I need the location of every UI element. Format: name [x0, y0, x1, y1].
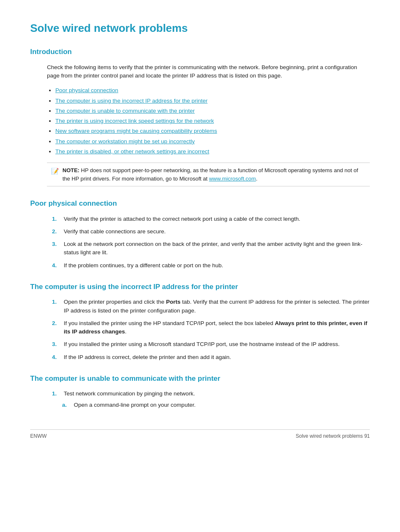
list-item: 1. Test network communication by pinging… — [64, 390, 370, 409]
note-label: NOTE: — [62, 167, 79, 173]
introduction-body: Check the following items to verify that… — [47, 63, 370, 81]
poor-physical-section: Poor physical connection 1. Verify that … — [30, 198, 370, 270]
note-box: 📝 NOTE: HP does not support peer-to-peer… — [47, 163, 370, 186]
list-item: The computer is using the incorrect IP a… — [55, 97, 370, 105]
item-text: Verify that cable connections are secure… — [64, 228, 166, 235]
footer-left: ENWW — [30, 432, 47, 440]
list-item: 2. Verify that cable connections are sec… — [64, 227, 370, 236]
list-item: Poor physical connection — [55, 86, 370, 95]
sub-list: a. Open a command-line prompt on your co… — [74, 401, 370, 409]
page-footer: ENWW Solve wired network problems 91 — [30, 429, 370, 440]
list-item: New software programs might be causing c… — [55, 127, 370, 135]
introduction-links-list: Poor physical connection The computer is… — [55, 86, 370, 156]
incorrect-ip-heading: The computer is using the incorrect IP a… — [30, 281, 370, 292]
unable-communicate-section: The computer is unable to communicate wi… — [30, 373, 370, 409]
list-item: 1. Verify that the printer is attached t… — [64, 215, 370, 223]
item-text: If you installed the printer using a Mic… — [64, 341, 340, 347]
item-text: Look at the network port connection on t… — [64, 241, 362, 256]
link-workstation-incorrectly[interactable]: The computer or workstation might be set… — [55, 138, 195, 145]
link-unable-communicate[interactable]: The computer is unable to communicate wi… — [55, 108, 195, 114]
list-item: 4. If the problem continues, try a diffe… — [64, 261, 370, 270]
sub-item-text: Open a command-line prompt on your compu… — [74, 402, 195, 408]
footer-right: Solve wired network problems 91 — [296, 432, 370, 440]
list-item: The printer is using incorrect link spee… — [55, 117, 370, 125]
item-text: Open the printer properties and click th… — [64, 299, 369, 313]
poor-physical-heading: Poor physical connection — [30, 198, 370, 209]
unable-communicate-list: 1. Test network communication by pinging… — [64, 390, 370, 409]
item-text: If you installed the printer using the H… — [64, 320, 367, 335]
introduction-heading: Introduction — [30, 46, 370, 57]
item-text: If the IP address is correct, delete the… — [64, 354, 231, 360]
incorrect-ip-list: 1. Open the printer properties and click… — [64, 298, 370, 362]
unable-communicate-heading: The computer is unable to communicate wi… — [30, 373, 370, 384]
list-item: 4. If the IP address is correct, delete … — [64, 353, 370, 362]
note-content: NOTE: HP does not support peer-to-peer n… — [62, 166, 366, 183]
link-incorrect-link-speed[interactable]: The printer is using incorrect link spee… — [55, 118, 214, 124]
link-incorrect-ip[interactable]: The computer is using the incorrect IP a… — [55, 98, 208, 104]
list-item: The computer is unable to communicate wi… — [55, 107, 370, 115]
item-text: Test network communication by pinging th… — [64, 390, 195, 397]
item-text: If the problem continues, try a differen… — [64, 262, 223, 269]
poor-physical-list: 1. Verify that the printer is attached t… — [64, 215, 370, 270]
link-software-compatibility[interactable]: New software programs might be causing c… — [55, 128, 217, 134]
note-icon: 📝 — [51, 167, 59, 176]
list-item: The printer is disabled, or other networ… — [55, 147, 370, 156]
list-item: 3. Look at the network port connection o… — [64, 240, 370, 257]
item-text: Verify that the printer is attached to t… — [64, 216, 300, 222]
link-poor-physical[interactable]: Poor physical connection — [55, 87, 118, 93]
sub-list-item: a. Open a command-line prompt on your co… — [74, 401, 370, 409]
incorrect-ip-section: The computer is using the incorrect IP a… — [30, 281, 370, 362]
list-item: 3. If you installed the printer using a … — [64, 340, 370, 349]
list-item: 1. Open the printer properties and click… — [64, 298, 370, 315]
introduction-section: Introduction Check the following items t… — [30, 46, 370, 186]
link-printer-disabled[interactable]: The printer is disabled, or other networ… — [55, 148, 209, 155]
list-item: The computer or workstation might be set… — [55, 137, 370, 146]
note-link[interactable]: www.microsoft.com — [209, 176, 256, 182]
page-title: Solve wired network problems — [30, 20, 370, 36]
list-item: 2. If you installed the printer using th… — [64, 319, 370, 336]
